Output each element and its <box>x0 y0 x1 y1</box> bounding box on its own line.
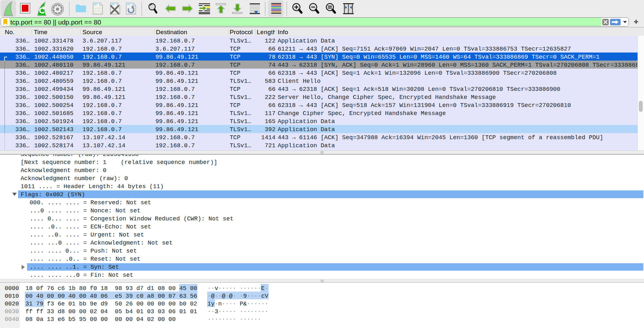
svg-text:01101: 01101 <box>94 10 102 12</box>
svg-text:01010: 01010 <box>94 7 102 10</box>
svg-text:01110: 01110 <box>94 12 102 15</box>
